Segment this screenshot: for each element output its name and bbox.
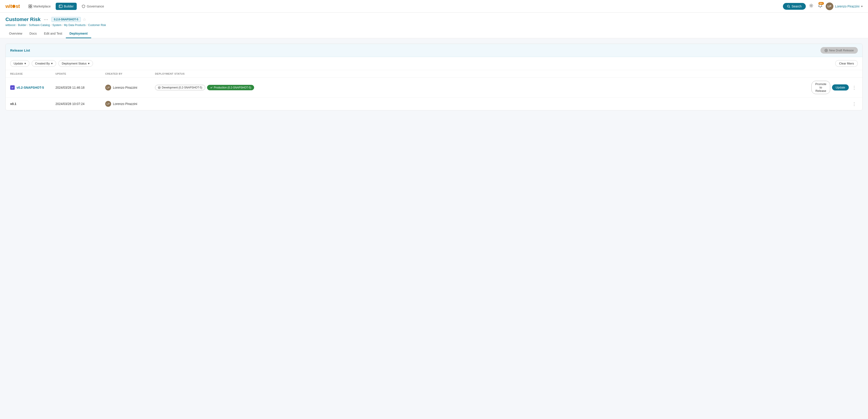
filter-created-by-chevron: ▾	[51, 62, 53, 65]
promote-label-1: Promote to Release	[815, 83, 826, 93]
user-menu[interactable]: LP Lorenzo Pirazzini ▾	[826, 2, 863, 10]
filter-deployment-status-label: Deployment Status	[62, 62, 87, 65]
main-content: Release List New Draft Release Update ▾ …	[0, 38, 868, 116]
tab-deployment[interactable]: Deployment	[66, 29, 91, 38]
filter-update-chevron: ▾	[25, 62, 26, 65]
new-draft-button[interactable]: New Draft Release	[820, 47, 858, 54]
release-cell-2: v0.1	[6, 98, 51, 110]
nav-marketplace-label: Marketplace	[33, 4, 51, 8]
navbar: witst Marketplace Builder Governance	[0, 0, 868, 13]
check-icon	[210, 86, 213, 89]
release-icon-1	[10, 85, 15, 90]
breadcrumb-builder[interactable]: Builder	[18, 24, 26, 27]
svg-point-14	[158, 87, 160, 89]
breadcrumb-software-catalog[interactable]: Software Catalog	[29, 24, 50, 27]
creator-1: LP Lorenzo Pirazzini	[105, 85, 146, 91]
creator-name-1: Lorenzo Pirazzini	[113, 86, 137, 89]
creator-avatar-2: LP	[105, 101, 111, 107]
row-menu-button-2[interactable]: ⋮	[850, 101, 858, 107]
favorite-button[interactable]: ☆	[83, 17, 86, 22]
table-row: v0.1 2024/03/28 10:07:24 LP Lorenzo Pira…	[6, 98, 862, 110]
release-version-1: v0.2-SNAPSHOT-5	[17, 86, 44, 89]
tab-docs[interactable]: Docs	[26, 29, 40, 38]
col-release: Release	[6, 70, 51, 77]
promote-button-1[interactable]: Promote to Release	[811, 81, 830, 94]
filter-update-label: Update	[13, 62, 23, 65]
tab-overview[interactable]: Overview	[5, 29, 26, 38]
filters-row: Update ▾ Created By ▾ Deployment Status …	[6, 57, 862, 70]
breadcrumb-witboost[interactable]: witboost	[5, 24, 16, 27]
title-row: Customer Risk ⋯ 0.2.0-SNAPSHOT-5 ☆	[5, 16, 863, 23]
tabs: Overview Docs Edit and Test Deployment	[5, 29, 863, 38]
row-menu-button-1[interactable]: ⋮	[850, 85, 858, 91]
new-draft-label: New Draft Release	[829, 49, 854, 52]
badge-prod-1: Production (0.2-SNAPSHOT-5)	[207, 85, 254, 90]
version-badge: 0.2.0-SNAPSHOT-5	[51, 17, 81, 22]
release-list-header: Release List New Draft Release	[6, 44, 862, 57]
filter-update[interactable]: Update ▾	[10, 60, 29, 67]
release-cell-1: v0.2-SNAPSHOT-5	[6, 77, 51, 98]
filter-created-by-label: Created By	[35, 62, 50, 65]
notifications-button[interactable]: 99+	[817, 2, 824, 10]
filter-created-by[interactable]: Created By ▾	[32, 60, 56, 67]
creator-name-2: Lorenzo Pirazzini	[113, 102, 137, 106]
grid-icon	[29, 4, 32, 8]
col-created-by: Created By	[101, 70, 151, 77]
page-title: Customer Risk	[5, 17, 40, 22]
status-badges-1: Development (0.2-SNAPSHOT-5) Production …	[155, 85, 802, 90]
chevron-down-icon: ▾	[861, 5, 863, 8]
table-header: Release Update Created By Deployment Sta…	[6, 70, 862, 77]
nav-builder[interactable]: Builder	[56, 3, 77, 10]
release-list-card: Release List New Draft Release Update ▾ …	[5, 44, 863, 110]
tab-edit-and-test[interactable]: Edit and Test	[40, 29, 66, 38]
badge-dev-label-1: Development (0.2-SNAPSHOT-5)	[162, 86, 202, 89]
table-body: v0.2-SNAPSHOT-5 2024/03/28 11:46:18 LP L…	[6, 77, 862, 110]
breadcrumb-system[interactable]: System	[52, 24, 61, 27]
shield-icon	[82, 4, 85, 8]
breadcrumb: witboost / Builder / Software Catalog / …	[5, 24, 863, 27]
svg-line-8	[789, 7, 790, 8]
svg-rect-0	[29, 5, 30, 6]
nav-governance-label: Governance	[87, 4, 104, 8]
deployment-cell-2	[151, 98, 807, 110]
badge-prod-label-1: Production (0.2-SNAPSHOT-5)	[214, 86, 251, 89]
search-button[interactable]: Search	[783, 3, 806, 10]
creator-2: LP Lorenzo Pirazzini	[105, 101, 146, 107]
sync-icon	[158, 86, 161, 89]
page-header: Customer Risk ⋯ 0.2.0-SNAPSHOT-5 ☆ witbo…	[0, 13, 868, 38]
builder-icon	[59, 4, 62, 8]
logo[interactable]: witst	[5, 3, 20, 9]
settings-button[interactable]	[808, 2, 815, 10]
clear-filters-button[interactable]: Clear filters	[835, 60, 858, 67]
breadcrumb-my-data-products[interactable]: My Data Products	[64, 24, 86, 27]
creator-cell-1: LP Lorenzo Pirazzini	[101, 77, 151, 98]
user-name: Lorenzo Pirazzini	[835, 4, 859, 8]
actions-1: Promote to Release Update ⋮	[811, 81, 858, 94]
update-cell-1: 2024/03/28 11:46:18	[51, 77, 101, 98]
avatar: LP	[826, 2, 833, 10]
gear-icon	[809, 3, 813, 8]
actions-cell-1: Promote to Release Update ⋮	[807, 77, 862, 98]
nav-governance[interactable]: Governance	[79, 3, 107, 10]
deployment-cell-1: Development (0.2-SNAPSHOT-5) Production …	[151, 77, 807, 98]
creator-avatar-1: LP	[105, 85, 111, 91]
svg-rect-3	[31, 6, 32, 8]
logo-text: witst	[5, 3, 20, 9]
release-name-1: v0.2-SNAPSHOT-5	[10, 85, 46, 90]
nav-marketplace[interactable]: Marketplace	[25, 3, 54, 10]
actions-cell-2: ⋮	[807, 98, 862, 110]
page-kebab-button[interactable]: ⋯	[42, 16, 50, 23]
col-deployment-status: Deployment Status	[151, 70, 807, 77]
plus-icon	[825, 49, 828, 52]
update-button-1[interactable]: Update	[832, 85, 849, 91]
svg-rect-2	[29, 6, 30, 8]
filter-deployment-status[interactable]: Deployment Status ▾	[58, 60, 93, 67]
search-label: Search	[792, 4, 802, 8]
col-actions	[807, 70, 862, 77]
svg-rect-1	[31, 5, 32, 6]
notifications-badge: 99+	[818, 2, 824, 5]
releases-table: Release Update Created By Deployment Sta…	[6, 70, 862, 110]
update-label-1: Update	[836, 86, 845, 89]
nav-builder-label: Builder	[64, 4, 74, 8]
actions-2: ⋮	[811, 101, 858, 107]
